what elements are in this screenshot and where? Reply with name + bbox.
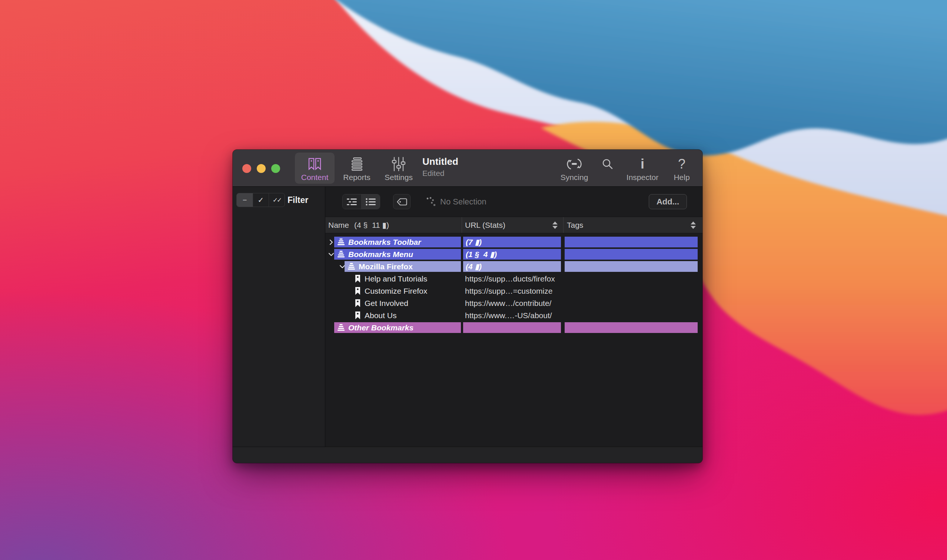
- selection-status: No Selection: [426, 194, 487, 209]
- bookmark-icon: [354, 287, 361, 295]
- row-url: https://www…/contribute/: [465, 299, 551, 308]
- row-name: Bookmarks Menu: [348, 250, 413, 259]
- name-column-counts: (4 § 11 ▮): [354, 221, 389, 230]
- url-cell: [463, 322, 561, 333]
- tags-cell: [565, 322, 698, 333]
- tab-reports[interactable]: Reports: [338, 152, 375, 184]
- tag-button[interactable]: [393, 194, 411, 209]
- inspector-button[interactable]: i Inspector: [624, 152, 661, 184]
- row-url: (7 ▮): [466, 238, 482, 247]
- table-row[interactable]: Get Involved https://www…/contribute/: [325, 297, 702, 309]
- url-cell: (1 § 4 ▮): [463, 249, 561, 260]
- table-row[interactable]: Bookmarks Toolbar (7 ▮): [325, 236, 702, 248]
- window-subtitle: Edited: [422, 169, 458, 178]
- column-divider[interactable]: [563, 217, 564, 233]
- bookmarks-pair-icon: [307, 155, 323, 172]
- outline-view-button[interactable]: [343, 194, 362, 209]
- tags-column-label: Tags: [567, 221, 583, 230]
- tab-settings[interactable]: Settings: [380, 152, 417, 184]
- url-cell: https://supp…=customize: [465, 285, 553, 297]
- row-name: Get Involved: [365, 299, 408, 308]
- folder-stack-icon: [337, 324, 345, 331]
- folder-stack-icon: [337, 238, 345, 246]
- name-column-label: Name: [328, 221, 349, 230]
- row-name: Customize Firefox: [365, 287, 427, 295]
- name-cell: About Us: [354, 309, 396, 322]
- sliders-icon: [392, 155, 406, 172]
- filter-label: Filter: [288, 195, 308, 205]
- window-toolbar: Content Reports: [233, 150, 702, 187]
- url-cell: https://supp…ducts/firefox: [465, 272, 555, 285]
- filter-check-segment[interactable]: ✓: [253, 193, 269, 207]
- content-pane: No Selection Add... Name (4 § 11 ▮) URL …: [325, 187, 702, 447]
- name-cell: Help and Tutorials: [354, 272, 427, 285]
- window-title: Untitled: [422, 156, 458, 168]
- column-header-name[interactable]: Name (4 § 11 ▮): [328, 217, 389, 233]
- chevron-icon[interactable]: [328, 239, 334, 245]
- table-row[interactable]: Other Bookmarks: [325, 322, 702, 334]
- window-body: − ✓ ✓✓ Filter: [233, 187, 702, 447]
- row-name: Mozilla Firefox: [359, 262, 413, 271]
- chevron-icon[interactable]: [328, 251, 334, 257]
- list-view-button[interactable]: [362, 194, 380, 209]
- help-label: Help: [674, 173, 690, 182]
- help-button[interactable]: ? Help: [667, 152, 696, 184]
- row-name: Bookmarks Toolbar: [348, 238, 421, 247]
- row-name: Help and Tutorials: [365, 274, 427, 283]
- desktop: Content Reports: [0, 0, 947, 560]
- syncing-button[interactable]: Syncing: [556, 152, 593, 184]
- filter-none-segment[interactable]: −: [237, 193, 253, 207]
- window-title-block: Untitled Edited: [422, 156, 458, 178]
- search-button[interactable]: [598, 152, 617, 184]
- app-window: Content Reports: [233, 150, 702, 463]
- table-row[interactable]: Bookmarks Menu (1 § 4 ▮): [325, 248, 702, 260]
- row-name: Other Bookmarks: [348, 323, 413, 332]
- table-row[interactable]: Mozilla Firefox (4 ▮): [325, 260, 702, 272]
- syncing-label: Syncing: [561, 173, 588, 182]
- add-button[interactable]: Add...: [649, 194, 687, 209]
- url-sort-arrows-icon: [553, 222, 557, 229]
- search-icon: [602, 155, 614, 172]
- tags-cell: [565, 249, 698, 260]
- report-rows-icon: [351, 155, 363, 172]
- sync-icon: [566, 155, 582, 172]
- column-divider[interactable]: [462, 217, 462, 233]
- info-icon: i: [641, 155, 644, 172]
- selection-status-text: No Selection: [440, 197, 487, 207]
- table-row[interactable]: Help and Tutorials https://supp…ducts/fi…: [325, 272, 702, 285]
- tab-content-label: Content: [301, 173, 329, 182]
- name-cell: Bookmarks Toolbar: [334, 237, 461, 248]
- zoom-button[interactable]: [271, 164, 280, 173]
- close-button[interactable]: [242, 164, 251, 173]
- table-rows: Bookmarks Toolbar (7 ▮) Bookmarks Menu: [325, 236, 702, 334]
- tab-reports-label: Reports: [343, 173, 371, 182]
- column-header-tags[interactable]: Tags: [567, 217, 583, 233]
- name-cell: Customize Firefox: [354, 285, 427, 297]
- add-button-label: Add...: [656, 197, 679, 207]
- bullet-list-icon: [366, 198, 376, 206]
- tag-icon: [397, 198, 407, 206]
- url-cell: https://www…/contribute/: [465, 297, 551, 309]
- tab-content[interactable]: Content: [295, 152, 334, 184]
- double-check-icon: ✓✓: [273, 196, 281, 204]
- filter-double-check-segment[interactable]: ✓✓: [269, 193, 285, 207]
- column-header-url[interactable]: URL (Stats): [465, 217, 505, 233]
- url-cell: (4 ▮): [463, 261, 561, 272]
- table-header: Name (4 § 11 ▮) URL (Stats) Tags: [325, 217, 702, 233]
- table-row[interactable]: About Us https://www.…-US/about/: [325, 309, 702, 322]
- folder-stack-icon: [347, 263, 356, 270]
- minimize-button[interactable]: [257, 164, 266, 173]
- sidebar: − ✓ ✓✓ Filter: [233, 187, 325, 447]
- folder-stack-icon: [337, 250, 345, 258]
- bookmark-icon: [354, 311, 361, 320]
- url-column-label: URL (Stats): [465, 221, 505, 230]
- help-icon: ?: [678, 155, 685, 172]
- table-row[interactable]: Customize Firefox https://supp…=customiz…: [325, 285, 702, 297]
- row-url: https://supp…ducts/firefox: [465, 274, 555, 283]
- name-cell: Mozilla Firefox: [345, 261, 461, 272]
- tags-cell: [565, 261, 698, 272]
- inspector-label: Inspector: [627, 173, 658, 182]
- actions-bar: No Selection Add...: [325, 187, 702, 217]
- view-mode-segmented-control: [342, 194, 380, 209]
- minus-icon: −: [243, 196, 247, 205]
